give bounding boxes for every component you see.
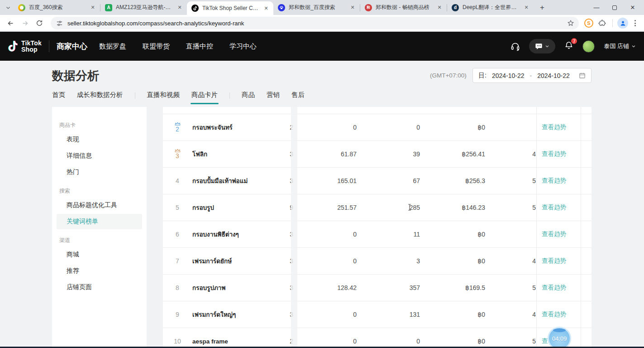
keyword-cell: เฟรมการ์ดยักษ์ (192, 256, 232, 266)
nav-affiliate[interactable]: 联盟带货 (143, 42, 170, 51)
shop-name: 泰国 店铺 (604, 42, 629, 50)
close-icon[interactable]: ✕ (176, 4, 183, 11)
new-tab-button[interactable]: + (536, 2, 548, 14)
clipped-value-right: 5 (523, 338, 536, 345)
tiktok-shop-logo[interactable]: TikTokShop (8, 40, 42, 53)
view-trend-link[interactable]: 查看趋势 (542, 284, 566, 291)
baidu-icon (278, 4, 285, 11)
action-column-border (536, 107, 537, 348)
keyword-cell: กรอบรูป (192, 203, 214, 213)
clipped-value: 3 (275, 150, 293, 158)
table-row: 8 กรอบรูปภาพ 3 128.42 357 ฿169.5 5 查看趋势 (163, 275, 592, 301)
close-icon[interactable]: ✕ (89, 4, 96, 11)
tab-title: 百度_360搜索 (29, 4, 86, 11)
close-window-button[interactable]: ✕ (630, 5, 636, 11)
clipped-value: 3 (275, 231, 293, 238)
sidebar-item-title-optimizer[interactable]: 商品标题优化工具 (57, 198, 142, 213)
sidebar-section-channel: 渠道 (59, 237, 139, 244)
address-bar[interactable]: seller.tiktokglobalshop.com/compass/sear… (51, 17, 579, 29)
shop-switcher[interactable]: 泰国 店铺 (604, 42, 636, 50)
analytics-tabs: 首页 成长和数据分析 直播和视频 商品卡片 商品 营销 售后 (52, 91, 305, 100)
shop-avatar[interactable] (582, 40, 595, 53)
tab-marketing[interactable]: 营销 (267, 91, 280, 100)
rank-cell: 2 (169, 114, 186, 140)
tab-live-video[interactable]: 直播和视频 (147, 91, 180, 100)
forward-icon[interactable] (19, 17, 31, 29)
gmv-value: ฿256.41 (426, 150, 485, 158)
browser-tab-2[interactable]: A AMZ123亚马逊导航-跨境 ✕ (100, 0, 187, 15)
tab-growth-analytics[interactable]: 成长和数据分析 (77, 91, 123, 100)
table-row: 7 เฟรมการ์ดยักษ์ 3 0 3 ฿0 4 查看趋势 (163, 248, 592, 275)
browser-tab-active[interactable]: TikTok Shop Seller Cente ✕ (187, 1, 273, 15)
nav-data-compass[interactable]: 数据罗盘 (99, 42, 126, 51)
back-icon[interactable] (5, 17, 16, 29)
view-trend-link[interactable]: 查看趋势 (542, 311, 566, 318)
close-icon[interactable]: ✕ (349, 4, 356, 11)
browser-tab-5[interactable]: 和 郑和数据 - 畅销商品榜 ✕ (360, 0, 447, 15)
value-a: 0 (298, 338, 357, 345)
nav-learning-center[interactable]: 学习中心 (229, 42, 257, 51)
rank-cell: 7 (169, 248, 186, 274)
clipped-value-right: 4 (523, 311, 536, 318)
reload-icon[interactable] (33, 17, 45, 29)
view-trend-link[interactable]: 查看趋势 (542, 231, 566, 237)
minimize-button[interactable]: — (593, 5, 600, 11)
value-b: 3 (361, 257, 420, 265)
keyword-cell: กรอบงานพิธีต่างๆ (192, 229, 239, 239)
maximize-button[interactable] (611, 5, 618, 11)
notifications-button[interactable]: 7 (564, 41, 573, 52)
browser-tab-6[interactable]: d DeepL翻译：全世界最准 ✕ (447, 0, 534, 15)
sidebar-item-performance[interactable]: 表现 (57, 132, 142, 147)
sidebar-item-trending[interactable]: 热门 (57, 164, 142, 180)
rank-cell: 10 (169, 328, 186, 348)
notification-badge: 7 (570, 37, 578, 45)
tab-after-sales[interactable]: 售后 (291, 91, 305, 100)
browser-tab-1[interactable]: 百度_360搜索 ✕ (14, 0, 100, 15)
value-b: 0 (361, 338, 420, 345)
gmv-value: ฿146.23 (426, 204, 485, 211)
analytics-page: 数据分析 (GMT+07:00) 日: 2024-10-22 - 2024-10… (0, 61, 644, 348)
clipped-value: 3 (275, 177, 293, 184)
gmv-value: ฿0 (426, 257, 485, 265)
table-row: 9 เฟรมการ์ดใหญ่ๆ 3 0 131 ฿0 4 查看趋势 (163, 301, 592, 328)
sidebar-item-recommend[interactable]: 推荐 (57, 263, 142, 279)
headset-support-icon[interactable] (510, 42, 520, 51)
s-extension-icon[interactable]: S (584, 19, 593, 28)
browser-tab-4[interactable]: 郑和数据_百度搜索 ✕ (273, 0, 360, 15)
view-trend-link[interactable]: 查看趋势 (542, 177, 566, 184)
view-trend-link[interactable]: 查看趋势 (542, 204, 566, 211)
tab-product[interactable]: 商品 (242, 91, 255, 100)
value-a: 0 (298, 311, 357, 318)
close-icon[interactable]: ✕ (523, 4, 530, 11)
browser-menu-icon[interactable] (631, 20, 639, 26)
sidebar-item-keyword-rank[interactable]: 关键词榜单 (57, 214, 142, 229)
date-start: 2024-10-22 (492, 72, 525, 79)
tab-search-chevron-icon[interactable] (3, 2, 14, 13)
tab-product-card[interactable]: 商品卡片 (191, 91, 218, 100)
view-trend-link[interactable]: 查看趋势 (542, 124, 566, 130)
close-icon[interactable]: ✕ (436, 4, 443, 11)
screen-recording-timer[interactable]: 04:09 (548, 327, 571, 348)
url-text[interactable]: seller.tiktokglobalshop.com/compass/sear… (67, 20, 563, 27)
sidebar: 商品卡 表现 详细信息 热门 搜索 商品标题优化工具 关键词榜单 渠道 商城 推… (52, 107, 147, 348)
date-range-picker[interactable]: 日: 2024-10-22 - 2024-10-22 (472, 68, 592, 83)
sidebar-item-mall[interactable]: 商城 (57, 247, 142, 262)
bookmark-star-icon[interactable] (567, 19, 574, 27)
amz123-icon: A (105, 4, 112, 11)
nav-seller-center[interactable]: 商家中心 (57, 41, 87, 52)
gmv-value: ฿0 (426, 311, 485, 318)
view-trend-link[interactable]: 查看趋势 (542, 150, 566, 157)
view-trend-link[interactable]: 查看趋势 (542, 257, 566, 264)
sidebar-item-shop-page[interactable]: 店铺页面 (57, 280, 142, 295)
clipped-value: 3 (275, 311, 293, 318)
site-info-icon[interactable] (56, 20, 63, 27)
nav-live-console[interactable]: 直播中控 (186, 42, 213, 51)
messages-button[interactable] (529, 39, 555, 53)
sidebar-item-details[interactable]: 详细信息 (57, 148, 142, 164)
close-icon[interactable]: ✕ (262, 5, 270, 12)
profile-avatar[interactable] (617, 18, 628, 29)
clipped-value-right: 5 (523, 284, 536, 291)
tab-home[interactable]: 首页 (52, 91, 65, 100)
extensions-puzzle-icon[interactable] (596, 17, 608, 29)
value-a: 165.01 (298, 177, 357, 184)
